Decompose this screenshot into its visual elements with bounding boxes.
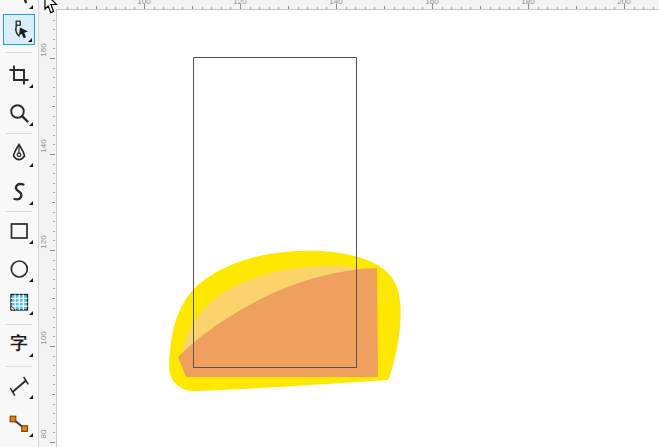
ruler-tick (269, 7, 270, 9)
ruler-tick (53, 20, 55, 21)
ruler-label: 80 (39, 425, 49, 443)
ruler-tick (576, 6, 577, 9)
curve-icon (8, 181, 30, 203)
ruler-label: 100 (135, 0, 153, 6)
ruler-tick (307, 7, 308, 9)
ruler-tick (192, 6, 193, 9)
ruler-tick (52, 202, 55, 203)
pen-tool[interactable] (3, 139, 35, 169)
toolbar-separator (6, 211, 32, 212)
ruler-tick (221, 7, 222, 9)
ruler-tick (413, 7, 414, 9)
ruler-tick (52, 106, 55, 107)
ruler-tick (53, 125, 55, 126)
ruler-tick (86, 7, 87, 9)
ruler-tick (394, 7, 395, 9)
ruler-tick (53, 48, 55, 49)
pick-tool[interactable] (3, 0, 35, 11)
ruler-tick (115, 7, 116, 9)
drawing-app-window: 100120140160180200 16014012010080 (0, 0, 659, 447)
shape-node-icon (8, 19, 30, 41)
flyout-arrow-icon (29, 278, 33, 282)
ruler-tick (499, 7, 500, 9)
ruler-tick (547, 7, 548, 9)
ruler-tick (53, 192, 55, 193)
connector-icon (8, 413, 30, 435)
ruler-label: 140 (327, 0, 345, 6)
ruler-tick (480, 6, 481, 9)
ruler-tick (53, 240, 55, 241)
ruler-tick (298, 7, 299, 9)
ruler-tick (53, 231, 55, 232)
ruler-tick (490, 7, 491, 9)
ellipse-tool[interactable] (3, 254, 35, 284)
ruler-tick (288, 6, 289, 9)
ruler-tick (50, 250, 55, 251)
text-tool[interactable]: 字 (3, 329, 35, 359)
ruler-tick (96, 6, 97, 9)
crop-icon (8, 64, 30, 86)
ruler-tick (53, 375, 55, 376)
ruler-label: 160 (423, 0, 441, 6)
toolbox: 字 (0, 0, 39, 447)
ruler-label: 100 (39, 329, 49, 347)
ruler-tick (53, 279, 55, 280)
ruler-tick (53, 269, 55, 270)
ellipse-icon (8, 258, 30, 280)
flyout-arrow-icon (29, 5, 33, 9)
ruler-tick (403, 7, 404, 9)
ruler-label: 180 (519, 0, 537, 6)
ruler-tick (566, 7, 567, 9)
h-ruler: 100120140160180200 (38, 0, 659, 10)
ruler-tick (595, 7, 596, 9)
flyout-arrow-icon (29, 433, 33, 437)
ruler-tick (50, 58, 55, 59)
crop-tool[interactable] (3, 60, 35, 90)
freehand-curve-tool[interactable] (3, 177, 35, 207)
ruler-tick (53, 336, 55, 337)
ruler-tick (211, 7, 212, 9)
ruler-tick (67, 7, 68, 9)
ruler-tick (509, 7, 510, 9)
ruler-tick (53, 432, 55, 433)
zoom-tool[interactable] (3, 98, 35, 128)
flyout-arrow-icon (29, 201, 33, 205)
shape-tool[interactable] (3, 14, 35, 45)
ruler-tick (53, 183, 55, 184)
flyout-arrow-icon (29, 240, 33, 244)
ruler-tick (125, 7, 126, 9)
flyout-arrow-icon (29, 353, 33, 357)
ruler-tick (50, 154, 55, 155)
flyout-arrow-icon (29, 84, 33, 88)
ruler-tick (53, 317, 55, 318)
pick-icon (8, 0, 30, 7)
dimension-tool[interactable] (3, 371, 35, 401)
ruler-tick (53, 384, 55, 385)
ruler-tick (182, 7, 183, 9)
drawing-canvas[interactable] (57, 10, 659, 447)
rectangle-tool[interactable] (3, 216, 35, 246)
ruler-tick (653, 7, 654, 9)
flyout-arrow-icon (29, 311, 33, 315)
ruler-tick (53, 164, 55, 165)
ruler-tick (365, 7, 366, 9)
ruler-tick (634, 7, 635, 9)
table-tool[interactable] (3, 287, 35, 317)
ruler-tick (53, 135, 55, 136)
ruler-tick (451, 7, 452, 9)
ruler-tick (614, 7, 615, 9)
toolbar-separator (6, 324, 32, 325)
ruler-tick (53, 413, 55, 414)
ruler-label: 120 (39, 233, 49, 251)
ruler-tick (53, 116, 55, 117)
ruler-tick (52, 394, 55, 395)
ruler-tick (53, 308, 55, 309)
ruler-tick (154, 7, 155, 9)
ruler-tick (518, 7, 519, 9)
mouse-cursor (42, 0, 60, 14)
ruler-tick (384, 6, 385, 9)
ruler-tick (53, 327, 55, 328)
ruler-label: 140 (39, 137, 49, 155)
ruler-tick (134, 7, 135, 9)
connector-tool[interactable] (3, 409, 35, 439)
